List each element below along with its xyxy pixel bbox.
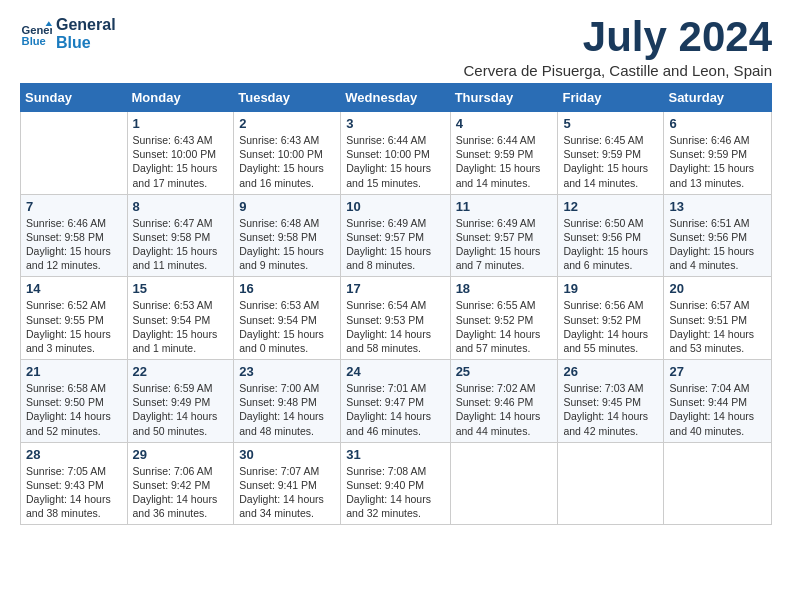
col-header-thursday: Thursday bbox=[450, 84, 558, 112]
day-number: 14 bbox=[26, 281, 122, 296]
day-number: 3 bbox=[346, 116, 444, 131]
col-header-saturday: Saturday bbox=[664, 84, 772, 112]
day-number: 22 bbox=[133, 364, 229, 379]
day-info: Sunrise: 6:44 AM Sunset: 10:00 PM Daylig… bbox=[346, 133, 444, 190]
calendar-cell: 21Sunrise: 6:58 AM Sunset: 9:50 PM Dayli… bbox=[21, 360, 128, 443]
calendar-cell: 30Sunrise: 7:07 AM Sunset: 9:41 PM Dayli… bbox=[234, 442, 341, 525]
day-number: 24 bbox=[346, 364, 444, 379]
calendar-cell: 6Sunrise: 6:46 AM Sunset: 9:59 PM Daylig… bbox=[664, 112, 772, 195]
calendar-cell: 13Sunrise: 6:51 AM Sunset: 9:56 PM Dayli… bbox=[664, 194, 772, 277]
day-number: 17 bbox=[346, 281, 444, 296]
week-row-3: 21Sunrise: 6:58 AM Sunset: 9:50 PM Dayli… bbox=[21, 360, 772, 443]
svg-text:Blue: Blue bbox=[22, 35, 46, 47]
day-info: Sunrise: 6:56 AM Sunset: 9:52 PM Dayligh… bbox=[563, 298, 658, 355]
day-info: Sunrise: 7:02 AM Sunset: 9:46 PM Dayligh… bbox=[456, 381, 553, 438]
logo-icon: General Blue bbox=[20, 18, 52, 50]
calendar-cell: 10Sunrise: 6:49 AM Sunset: 9:57 PM Dayli… bbox=[341, 194, 450, 277]
day-info: Sunrise: 6:54 AM Sunset: 9:53 PM Dayligh… bbox=[346, 298, 444, 355]
day-number: 10 bbox=[346, 199, 444, 214]
col-header-friday: Friday bbox=[558, 84, 664, 112]
day-info: Sunrise: 6:58 AM Sunset: 9:50 PM Dayligh… bbox=[26, 381, 122, 438]
day-info: Sunrise: 6:46 AM Sunset: 9:58 PM Dayligh… bbox=[26, 216, 122, 273]
col-header-monday: Monday bbox=[127, 84, 234, 112]
day-info: Sunrise: 6:53 AM Sunset: 9:54 PM Dayligh… bbox=[133, 298, 229, 355]
calendar-cell: 31Sunrise: 7:08 AM Sunset: 9:40 PM Dayli… bbox=[341, 442, 450, 525]
day-number: 9 bbox=[239, 199, 335, 214]
logo-line2: Blue bbox=[56, 34, 116, 52]
calendar-cell: 3Sunrise: 6:44 AM Sunset: 10:00 PM Dayli… bbox=[341, 112, 450, 195]
day-info: Sunrise: 6:46 AM Sunset: 9:59 PM Dayligh… bbox=[669, 133, 766, 190]
calendar-table: SundayMondayTuesdayWednesdayThursdayFrid… bbox=[20, 83, 772, 525]
col-header-sunday: Sunday bbox=[21, 84, 128, 112]
day-info: Sunrise: 6:57 AM Sunset: 9:51 PM Dayligh… bbox=[669, 298, 766, 355]
day-info: Sunrise: 6:44 AM Sunset: 9:59 PM Dayligh… bbox=[456, 133, 553, 190]
day-number: 23 bbox=[239, 364, 335, 379]
day-info: Sunrise: 7:04 AM Sunset: 9:44 PM Dayligh… bbox=[669, 381, 766, 438]
calendar-cell: 25Sunrise: 7:02 AM Sunset: 9:46 PM Dayli… bbox=[450, 360, 558, 443]
calendar-cell bbox=[450, 442, 558, 525]
calendar-cell: 23Sunrise: 7:00 AM Sunset: 9:48 PM Dayli… bbox=[234, 360, 341, 443]
day-number: 18 bbox=[456, 281, 553, 296]
col-header-wednesday: Wednesday bbox=[341, 84, 450, 112]
day-info: Sunrise: 6:45 AM Sunset: 9:59 PM Dayligh… bbox=[563, 133, 658, 190]
day-number: 25 bbox=[456, 364, 553, 379]
calendar-cell: 9Sunrise: 6:48 AM Sunset: 9:58 PM Daylig… bbox=[234, 194, 341, 277]
calendar-cell: 28Sunrise: 7:05 AM Sunset: 9:43 PM Dayli… bbox=[21, 442, 128, 525]
calendar-cell: 5Sunrise: 6:45 AM Sunset: 9:59 PM Daylig… bbox=[558, 112, 664, 195]
calendar-cell: 26Sunrise: 7:03 AM Sunset: 9:45 PM Dayli… bbox=[558, 360, 664, 443]
day-info: Sunrise: 7:05 AM Sunset: 9:43 PM Dayligh… bbox=[26, 464, 122, 521]
week-row-2: 14Sunrise: 6:52 AM Sunset: 9:55 PM Dayli… bbox=[21, 277, 772, 360]
calendar-cell: 29Sunrise: 7:06 AM Sunset: 9:42 PM Dayli… bbox=[127, 442, 234, 525]
day-info: Sunrise: 7:06 AM Sunset: 9:42 PM Dayligh… bbox=[133, 464, 229, 521]
logo-line1: General bbox=[56, 16, 116, 34]
calendar-cell: 4Sunrise: 6:44 AM Sunset: 9:59 PM Daylig… bbox=[450, 112, 558, 195]
week-row-1: 7Sunrise: 6:46 AM Sunset: 9:58 PM Daylig… bbox=[21, 194, 772, 277]
day-number: 1 bbox=[133, 116, 229, 131]
day-info: Sunrise: 6:49 AM Sunset: 9:57 PM Dayligh… bbox=[346, 216, 444, 273]
calendar-cell: 2Sunrise: 6:43 AM Sunset: 10:00 PM Dayli… bbox=[234, 112, 341, 195]
day-number: 5 bbox=[563, 116, 658, 131]
day-info: Sunrise: 7:01 AM Sunset: 9:47 PM Dayligh… bbox=[346, 381, 444, 438]
day-number: 12 bbox=[563, 199, 658, 214]
day-number: 2 bbox=[239, 116, 335, 131]
day-number: 27 bbox=[669, 364, 766, 379]
day-number: 31 bbox=[346, 447, 444, 462]
title-block: July 2024 Cervera de Pisuerga, Castille … bbox=[463, 16, 772, 79]
day-info: Sunrise: 7:00 AM Sunset: 9:48 PM Dayligh… bbox=[239, 381, 335, 438]
day-info: Sunrise: 6:49 AM Sunset: 9:57 PM Dayligh… bbox=[456, 216, 553, 273]
calendar-cell bbox=[664, 442, 772, 525]
day-number: 20 bbox=[669, 281, 766, 296]
location-subtitle: Cervera de Pisuerga, Castille and Leon, … bbox=[463, 62, 772, 79]
day-info: Sunrise: 7:08 AM Sunset: 9:40 PM Dayligh… bbox=[346, 464, 444, 521]
calendar-cell: 7Sunrise: 6:46 AM Sunset: 9:58 PM Daylig… bbox=[21, 194, 128, 277]
calendar-cell bbox=[558, 442, 664, 525]
day-info: Sunrise: 6:47 AM Sunset: 9:58 PM Dayligh… bbox=[133, 216, 229, 273]
day-info: Sunrise: 6:53 AM Sunset: 9:54 PM Dayligh… bbox=[239, 298, 335, 355]
day-number: 26 bbox=[563, 364, 658, 379]
day-number: 13 bbox=[669, 199, 766, 214]
calendar-cell: 15Sunrise: 6:53 AM Sunset: 9:54 PM Dayli… bbox=[127, 277, 234, 360]
day-info: Sunrise: 7:03 AM Sunset: 9:45 PM Dayligh… bbox=[563, 381, 658, 438]
calendar-cell: 8Sunrise: 6:47 AM Sunset: 9:58 PM Daylig… bbox=[127, 194, 234, 277]
day-info: Sunrise: 6:43 AM Sunset: 10:00 PM Daylig… bbox=[239, 133, 335, 190]
calendar-cell: 1Sunrise: 6:43 AM Sunset: 10:00 PM Dayli… bbox=[127, 112, 234, 195]
calendar-cell: 18Sunrise: 6:55 AM Sunset: 9:52 PM Dayli… bbox=[450, 277, 558, 360]
calendar-cell: 11Sunrise: 6:49 AM Sunset: 9:57 PM Dayli… bbox=[450, 194, 558, 277]
week-row-4: 28Sunrise: 7:05 AM Sunset: 9:43 PM Dayli… bbox=[21, 442, 772, 525]
calendar-cell: 12Sunrise: 6:50 AM Sunset: 9:56 PM Dayli… bbox=[558, 194, 664, 277]
day-number: 7 bbox=[26, 199, 122, 214]
col-header-tuesday: Tuesday bbox=[234, 84, 341, 112]
calendar-cell bbox=[21, 112, 128, 195]
calendar-cell: 27Sunrise: 7:04 AM Sunset: 9:44 PM Dayli… bbox=[664, 360, 772, 443]
calendar-cell: 24Sunrise: 7:01 AM Sunset: 9:47 PM Dayli… bbox=[341, 360, 450, 443]
page-header: General Blue General Blue July 2024 Cerv… bbox=[20, 16, 772, 79]
day-info: Sunrise: 6:48 AM Sunset: 9:58 PM Dayligh… bbox=[239, 216, 335, 273]
day-info: Sunrise: 6:43 AM Sunset: 10:00 PM Daylig… bbox=[133, 133, 229, 190]
day-number: 15 bbox=[133, 281, 229, 296]
calendar-cell: 20Sunrise: 6:57 AM Sunset: 9:51 PM Dayli… bbox=[664, 277, 772, 360]
day-info: Sunrise: 6:52 AM Sunset: 9:55 PM Dayligh… bbox=[26, 298, 122, 355]
calendar-cell: 17Sunrise: 6:54 AM Sunset: 9:53 PM Dayli… bbox=[341, 277, 450, 360]
day-number: 28 bbox=[26, 447, 122, 462]
day-number: 6 bbox=[669, 116, 766, 131]
day-info: Sunrise: 6:59 AM Sunset: 9:49 PM Dayligh… bbox=[133, 381, 229, 438]
